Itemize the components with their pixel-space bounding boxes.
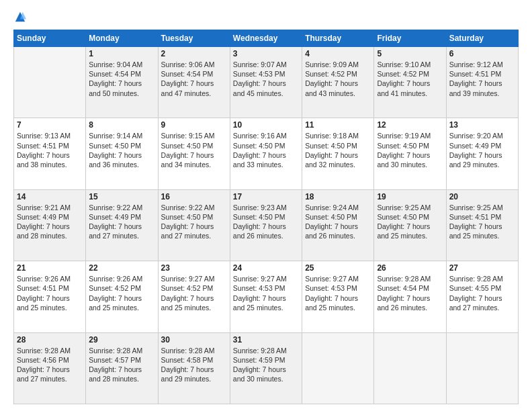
day-number: 22: [89, 263, 154, 273]
calendar-cell: 4Sunrise: 9:09 AM Sunset: 4:52 PM Daylig…: [302, 47, 374, 118]
day-number: 4: [305, 49, 371, 58]
weekday-header-thursday: Thursday: [302, 30, 374, 47]
day-info: Sunrise: 9:14 AM Sunset: 4:50 PM Dayligh…: [89, 131, 154, 169]
day-info: Sunrise: 9:04 AM Sunset: 4:54 PM Dayligh…: [89, 60, 154, 98]
day-info: Sunrise: 9:23 AM Sunset: 4:50 PM Dayligh…: [233, 203, 299, 241]
calendar-row-2: 7Sunrise: 9:13 AM Sunset: 4:51 PM Daylig…: [14, 118, 519, 189]
day-number: 25: [305, 263, 371, 273]
calendar-cell: 2Sunrise: 9:06 AM Sunset: 4:54 PM Daylig…: [158, 47, 230, 118]
day-info: Sunrise: 9:28 AM Sunset: 4:56 PM Dayligh…: [17, 346, 83, 384]
day-number: 21: [17, 263, 83, 273]
calendar-row-5: 28Sunrise: 9:28 AM Sunset: 4:56 PM Dayli…: [14, 332, 519, 404]
calendar-cell: 5Sunrise: 9:10 AM Sunset: 4:52 PM Daylig…: [374, 47, 446, 118]
weekday-header-sunday: Sunday: [14, 30, 86, 47]
calendar-cell: 26Sunrise: 9:28 AM Sunset: 4:54 PM Dayli…: [374, 261, 446, 332]
day-info: Sunrise: 9:07 AM Sunset: 4:53 PM Dayligh…: [233, 60, 299, 98]
day-info: Sunrise: 9:20 AM Sunset: 4:49 PM Dayligh…: [449, 131, 515, 169]
day-number: 7: [17, 120, 83, 130]
calendar-cell: 20Sunrise: 9:25 AM Sunset: 4:51 PM Dayli…: [446, 189, 518, 261]
calendar-cell: 28Sunrise: 9:28 AM Sunset: 4:56 PM Dayli…: [14, 332, 86, 404]
calendar-cell: 7Sunrise: 9:13 AM Sunset: 4:51 PM Daylig…: [14, 118, 86, 189]
day-info: Sunrise: 9:19 AM Sunset: 4:50 PM Dayligh…: [377, 131, 443, 169]
calendar-cell: 31Sunrise: 9:28 AM Sunset: 4:59 PM Dayli…: [230, 332, 302, 404]
calendar-cell: 23Sunrise: 9:27 AM Sunset: 4:52 PM Dayli…: [158, 261, 230, 332]
day-info: Sunrise: 9:24 AM Sunset: 4:50 PM Dayligh…: [305, 203, 371, 241]
day-number: 10: [233, 120, 299, 130]
logo-text: [13, 11, 27, 23]
day-number: 15: [89, 192, 154, 201]
day-number: 3: [233, 49, 299, 58]
day-number: 24: [233, 263, 299, 273]
day-info: Sunrise: 9:28 AM Sunset: 4:58 PM Dayligh…: [161, 346, 227, 384]
day-number: 2: [161, 49, 227, 58]
day-number: 6: [449, 49, 515, 58]
calendar-cell: 9Sunrise: 9:15 AM Sunset: 4:50 PM Daylig…: [158, 118, 230, 189]
day-number: 16: [161, 192, 227, 201]
day-info: Sunrise: 9:28 AM Sunset: 4:54 PM Dayligh…: [377, 274, 443, 312]
weekday-header-wednesday: Wednesday: [230, 30, 302, 47]
calendar-cell: 8Sunrise: 9:14 AM Sunset: 4:50 PM Daylig…: [86, 118, 158, 189]
day-info: Sunrise: 9:27 AM Sunset: 4:52 PM Dayligh…: [161, 274, 227, 312]
day-number: 13: [449, 120, 515, 130]
calendar-row-1: 1Sunrise: 9:04 AM Sunset: 4:54 PM Daylig…: [14, 47, 519, 118]
calendar-cell: 18Sunrise: 9:24 AM Sunset: 4:50 PM Dayli…: [302, 189, 374, 261]
calendar-cell: 30Sunrise: 9:28 AM Sunset: 4:58 PM Dayli…: [158, 332, 230, 404]
day-number: 23: [161, 263, 227, 273]
day-number: 12: [377, 120, 443, 130]
weekday-header-friday: Friday: [374, 30, 446, 47]
calendar-cell: [374, 332, 446, 404]
day-number: 11: [305, 120, 371, 130]
calendar-cell: 24Sunrise: 9:27 AM Sunset: 4:53 PM Dayli…: [230, 261, 302, 332]
calendar-cell: 25Sunrise: 9:27 AM Sunset: 4:53 PM Dayli…: [302, 261, 374, 332]
weekday-header-tuesday: Tuesday: [158, 30, 230, 47]
day-info: Sunrise: 9:16 AM Sunset: 4:50 PM Dayligh…: [233, 131, 299, 169]
day-info: Sunrise: 9:26 AM Sunset: 4:51 PM Dayligh…: [17, 274, 83, 312]
calendar-cell: 14Sunrise: 9:21 AM Sunset: 4:49 PM Dayli…: [14, 189, 86, 261]
calendar-cell: 17Sunrise: 9:23 AM Sunset: 4:50 PM Dayli…: [230, 189, 302, 261]
day-number: 14: [17, 192, 83, 201]
calendar-cell: [446, 332, 518, 404]
calendar-cell: 13Sunrise: 9:20 AM Sunset: 4:49 PM Dayli…: [446, 118, 518, 189]
day-info: Sunrise: 9:22 AM Sunset: 4:50 PM Dayligh…: [161, 203, 227, 241]
header: [13, 11, 519, 23]
day-info: Sunrise: 9:28 AM Sunset: 4:55 PM Dayligh…: [449, 274, 515, 312]
logo-icon: [14, 11, 26, 23]
day-number: 26: [377, 263, 443, 273]
day-number: 31: [233, 335, 299, 345]
calendar-cell: [14, 47, 86, 118]
day-info: Sunrise: 9:28 AM Sunset: 4:59 PM Dayligh…: [233, 346, 299, 384]
day-number: 8: [89, 120, 154, 130]
calendar-cell: 6Sunrise: 9:12 AM Sunset: 4:51 PM Daylig…: [446, 47, 518, 118]
day-number: 29: [89, 335, 154, 345]
day-number: 28: [17, 335, 83, 345]
day-number: 18: [305, 192, 371, 201]
day-number: 9: [161, 120, 227, 130]
day-info: Sunrise: 9:12 AM Sunset: 4:51 PM Dayligh…: [449, 60, 515, 98]
page: SundayMondayTuesdayWednesdayThursdayFrid…: [0, 0, 532, 411]
calendar-cell: 27Sunrise: 9:28 AM Sunset: 4:55 PM Dayli…: [446, 261, 518, 332]
day-info: Sunrise: 9:10 AM Sunset: 4:52 PM Dayligh…: [377, 60, 443, 98]
calendar-cell: 16Sunrise: 9:22 AM Sunset: 4:50 PM Dayli…: [158, 189, 230, 261]
day-info: Sunrise: 9:18 AM Sunset: 4:50 PM Dayligh…: [305, 131, 371, 169]
calendar-cell: [302, 332, 374, 404]
day-number: 5: [377, 49, 443, 58]
day-info: Sunrise: 9:25 AM Sunset: 4:50 PM Dayligh…: [377, 203, 443, 241]
calendar-cell: 22Sunrise: 9:26 AM Sunset: 4:52 PM Dayli…: [86, 261, 158, 332]
weekday-header-monday: Monday: [86, 30, 158, 47]
day-info: Sunrise: 9:21 AM Sunset: 4:49 PM Dayligh…: [17, 203, 83, 241]
day-info: Sunrise: 9:27 AM Sunset: 4:53 PM Dayligh…: [233, 274, 299, 312]
day-info: Sunrise: 9:27 AM Sunset: 4:53 PM Dayligh…: [305, 274, 371, 312]
day-number: 1: [89, 49, 154, 58]
calendar-cell: 29Sunrise: 9:28 AM Sunset: 4:57 PM Dayli…: [86, 332, 158, 404]
day-number: 19: [377, 192, 443, 201]
calendar-row-4: 21Sunrise: 9:26 AM Sunset: 4:51 PM Dayli…: [14, 261, 519, 332]
calendar-cell: 3Sunrise: 9:07 AM Sunset: 4:53 PM Daylig…: [230, 47, 302, 118]
day-info: Sunrise: 9:25 AM Sunset: 4:51 PM Dayligh…: [449, 203, 515, 241]
calendar-cell: 10Sunrise: 9:16 AM Sunset: 4:50 PM Dayli…: [230, 118, 302, 189]
day-info: Sunrise: 9:22 AM Sunset: 4:49 PM Dayligh…: [89, 203, 154, 241]
calendar-cell: 21Sunrise: 9:26 AM Sunset: 4:51 PM Dayli…: [14, 261, 86, 332]
calendar-cell: 12Sunrise: 9:19 AM Sunset: 4:50 PM Dayli…: [374, 118, 446, 189]
calendar-row-3: 14Sunrise: 9:21 AM Sunset: 4:49 PM Dayli…: [14, 189, 519, 261]
weekday-header-saturday: Saturday: [446, 30, 518, 47]
calendar-cell: 15Sunrise: 9:22 AM Sunset: 4:49 PM Dayli…: [86, 189, 158, 261]
